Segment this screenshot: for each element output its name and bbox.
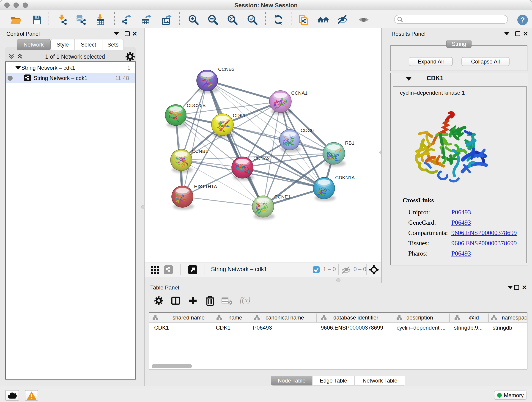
svg-text:CCNA1: CCNA1 xyxy=(291,90,307,96)
svg-text:CDC6: CDC6 xyxy=(301,128,314,133)
svg-text:CCNB1: CCNB1 xyxy=(192,148,208,154)
svg-text:HIST1H1A: HIST1H1A xyxy=(194,184,217,189)
svg-text:CCNA2: CCNA2 xyxy=(253,156,270,161)
svg-text:CCNE1: CCNE1 xyxy=(274,194,291,199)
svg-text:?: ? xyxy=(520,16,525,24)
svg-text:CDK1: CDK1 xyxy=(233,113,246,118)
svg-text:CDKN1A: CDKN1A xyxy=(335,175,355,180)
svg-text:CDC25B: CDC25B xyxy=(187,103,206,108)
svg-text:RB1: RB1 xyxy=(345,140,355,146)
svg-text:CCNB2: CCNB2 xyxy=(218,66,234,72)
